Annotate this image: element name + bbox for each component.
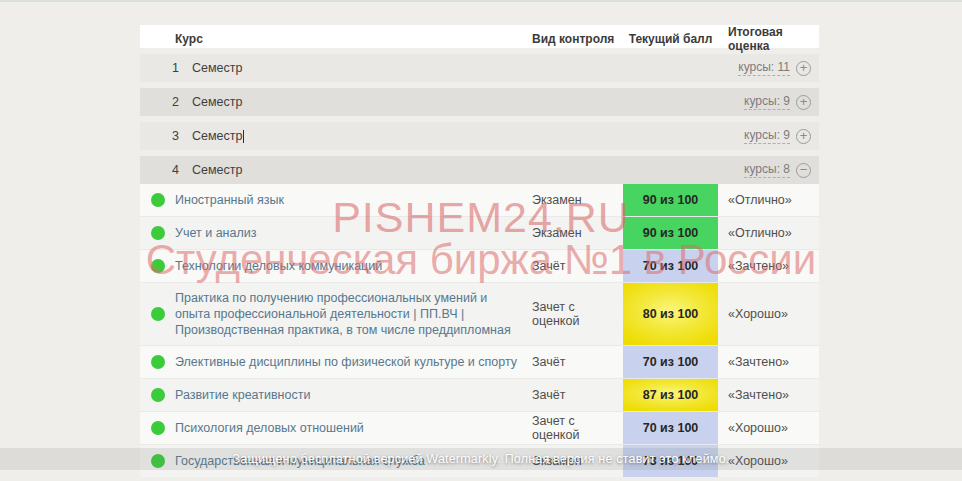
semester-row[interactable]: 4Семестркурсы: 8− <box>140 156 819 184</box>
table-row: Государственная и муниципальная службаЭк… <box>140 444 819 477</box>
course-name-link[interactable]: Элективные дисциплины по физической куль… <box>175 347 532 377</box>
table-row: Психология деловых отношенийЗачет с оцен… <box>140 411 819 444</box>
semester-label: Семестр <box>192 129 242 143</box>
final-grade: «Хорошо» <box>718 454 819 468</box>
control-type: Экзамен <box>532 454 623 468</box>
semester-number: 3 <box>172 129 179 143</box>
table-row: Элективные дисциплины по физической куль… <box>140 345 819 378</box>
completion-status-dot <box>151 226 165 240</box>
completion-status-dot <box>151 307 165 321</box>
score-badge: 90 из 100 <box>623 184 718 216</box>
score-badge: 90 из 100 <box>623 217 718 249</box>
semester-number: 4 <box>172 163 179 177</box>
course-name-link[interactable]: Психология деловых отношений <box>175 413 532 443</box>
final-grade: «Хорошо» <box>718 307 819 321</box>
final-grade: «Хорошо» <box>718 421 819 435</box>
status-dot-cell <box>140 259 175 273</box>
score-badge: 73 из 100 <box>623 445 718 477</box>
courses-count-link[interactable]: курсы: 9 <box>744 128 790 144</box>
table-row: Учет и анализЭкзамен90 из 100«Отлично» <box>140 216 819 249</box>
control-type: Экзамен <box>532 193 623 207</box>
course-name-link[interactable]: Учет и анализ <box>175 218 532 248</box>
table-row: Иностранный языкЭкзамен90 из 100«Отлично… <box>140 184 819 216</box>
expand-icon[interactable]: + <box>796 61 811 76</box>
score-badge: 80 из 100 <box>623 283 718 345</box>
courses-count-link[interactable]: курсы: 9 <box>744 94 790 110</box>
courses-count-link[interactable]: курсы: 8 <box>744 162 790 178</box>
completion-status-dot <box>151 388 165 402</box>
text-cursor <box>243 130 244 143</box>
table-header-row: Курс Вид контроля Текущий балл Итоговая … <box>140 25 819 48</box>
final-grade: «Отлично» <box>718 193 819 207</box>
collapse-icon[interactable]: − <box>796 163 811 178</box>
control-type: Зачёт <box>532 259 623 273</box>
status-dot-cell <box>140 355 175 369</box>
course-name-link[interactable]: Государственная и муниципальная служба <box>175 446 532 476</box>
course-name-link[interactable]: Технологии деловых коммуникаций <box>175 251 532 281</box>
status-dot-cell <box>140 388 175 402</box>
expand-icon[interactable]: + <box>796 95 811 110</box>
status-dot-cell <box>140 307 175 321</box>
grades-table: Курс Вид контроля Текущий балл Итоговая … <box>140 25 819 481</box>
score-badge: 70 из 100 <box>623 250 718 282</box>
semester-row[interactable]: 3Семестркурсы: 9+ <box>140 122 819 150</box>
expand-icon[interactable]: + <box>796 129 811 144</box>
score-badge: 70 из 100 <box>623 412 718 444</box>
completion-status-dot <box>151 259 165 273</box>
table-row: Развитие креативностиЗачёт87 из 100«Зачт… <box>140 378 819 411</box>
semester-rows-top: 1Семестркурсы: 11+2Семестркурсы: 9+3Семе… <box>140 54 819 184</box>
final-grade: «Зачтено» <box>718 355 819 369</box>
completion-status-dot <box>151 454 165 468</box>
semester-number: 1 <box>172 61 179 75</box>
score-badge: 70 из 100 <box>623 346 718 378</box>
status-dot-cell <box>140 421 175 435</box>
course-name-link[interactable]: Практика по получению профессиональных у… <box>175 283 532 345</box>
course-name-link[interactable]: Иностранный язык <box>175 185 532 215</box>
semester-row[interactable]: 2Семестркурсы: 9+ <box>140 88 819 116</box>
control-type: Зачёт <box>532 355 623 369</box>
control-type: Зачёт <box>532 388 623 402</box>
status-dot-cell <box>140 454 175 468</box>
control-type: Зачет с оценкой <box>532 300 623 328</box>
table-row: Практика по получению профессиональных у… <box>140 282 819 345</box>
control-type: Зачет с оценкой <box>532 414 623 442</box>
score-badge: 87 из 100 <box>623 379 718 411</box>
semester-toggle[interactable]: курсы: 9+ <box>744 128 811 144</box>
semester-row[interactable]: 1Семестркурсы: 11+ <box>140 54 819 82</box>
column-header-course: Курс <box>175 32 532 46</box>
final-grade: «Отлично» <box>718 226 819 240</box>
completion-status-dot <box>151 355 165 369</box>
table-row: Технологии деловых коммуникацийЗачёт70 и… <box>140 249 819 282</box>
control-type: Экзамен <box>532 226 623 240</box>
column-header-score: Текущий балл <box>623 32 718 46</box>
column-header-grade: Итоговая оценка <box>718 25 819 53</box>
completion-status-dot <box>151 193 165 207</box>
semester-toggle[interactable]: курсы: 11+ <box>738 60 811 76</box>
status-dot-cell <box>140 226 175 240</box>
semester-toggle[interactable]: курсы: 8− <box>744 162 811 178</box>
final-grade: «Зачтено» <box>718 388 819 402</box>
final-grade: «Зачтено» <box>718 259 819 273</box>
courses-count-link[interactable]: курсы: 11 <box>738 60 790 76</box>
status-dot-cell <box>140 193 175 207</box>
semester-number: 2 <box>172 95 179 109</box>
semester-label: Семестр <box>192 61 242 75</box>
semester-toggle[interactable]: курсы: 9+ <box>744 94 811 110</box>
column-header-control: Вид контроля <box>532 32 623 46</box>
course-rows: Иностранный языкЭкзамен90 из 100«Отлично… <box>140 184 819 477</box>
course-name-link[interactable]: Развитие креативности <box>175 380 532 410</box>
semester-label: Семестр <box>192 163 242 177</box>
semester-label: Семестр <box>192 95 242 109</box>
completion-status-dot <box>151 421 165 435</box>
top-border-line <box>0 0 962 2</box>
